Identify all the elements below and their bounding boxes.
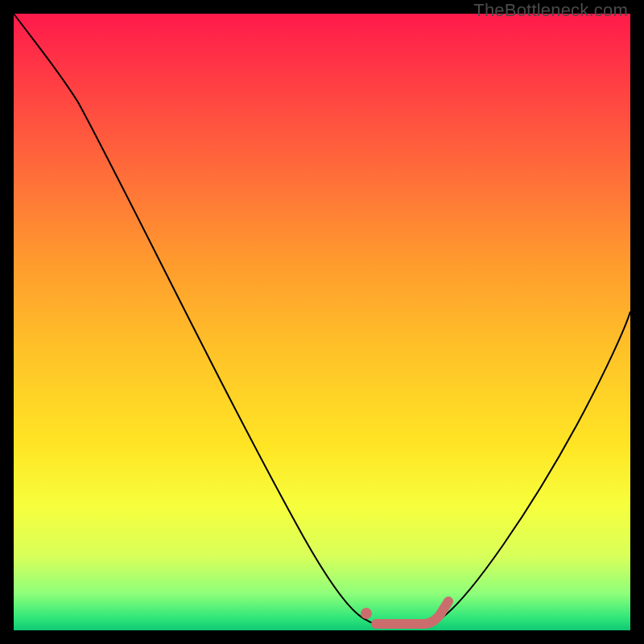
- bottleneck-curve: [14, 14, 630, 625]
- plot-area: [14, 14, 630, 630]
- optimal-start-dot: [361, 608, 372, 619]
- curve-layer: [14, 14, 630, 630]
- optimal-zone-marker: [376, 601, 448, 624]
- chart-stage: TheBottleneck.com: [0, 0, 644, 644]
